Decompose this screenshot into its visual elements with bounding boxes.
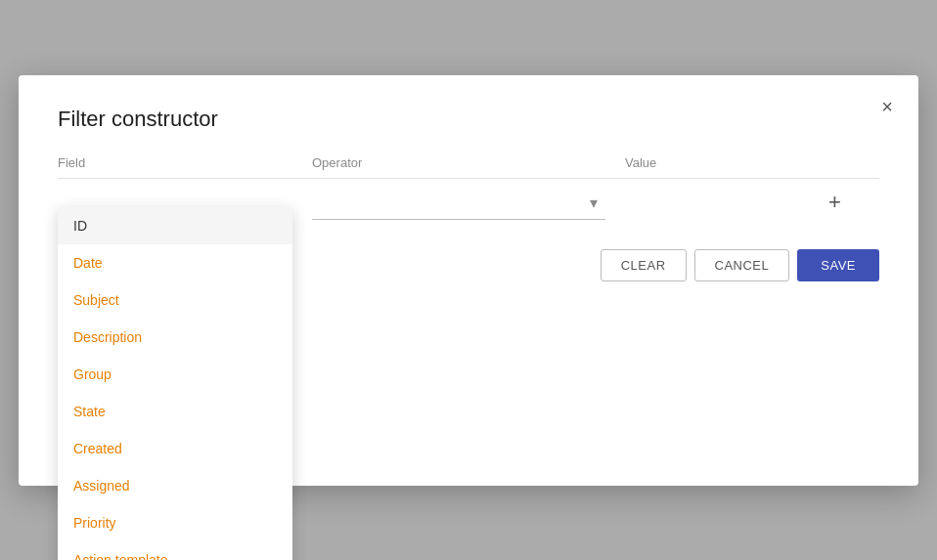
operator-select[interactable] [312, 185, 605, 220]
field-cell: IDDateSubjectDescriptionGroupStateCreate… [58, 178, 312, 226]
dialog-title: Filter constructor [58, 107, 879, 132]
dropdown-item-description[interactable]: Description [58, 319, 292, 356]
operator-column-header: Operator [312, 155, 625, 179]
dropdown-item-state[interactable]: State [58, 393, 292, 430]
dropdown-item-priority[interactable]: Priority [58, 504, 292, 541]
dropdown-item-created[interactable]: Created [58, 430, 292, 467]
value-cell [625, 178, 821, 226]
add-cell: + [821, 178, 879, 226]
save-button[interactable]: SAVE [797, 249, 879, 281]
dropdown-item-assigned[interactable]: Assigned [58, 467, 292, 504]
dropdown-item-action_template[interactable]: Action template [58, 541, 292, 561]
filter-table: Field Operator Value IDDateSubjectDescri… [58, 155, 879, 226]
dialog-overlay: × Filter constructor Field Operator Valu… [0, 0, 937, 560]
cancel-button[interactable]: CANCEL [694, 249, 790, 281]
value-column-header: Value [625, 155, 821, 179]
dropdown-item-subject[interactable]: Subject [58, 281, 292, 319]
dropdown-item-id[interactable]: ID [58, 207, 292, 244]
dropdown-item-group[interactable]: Group [58, 356, 292, 393]
close-button[interactable]: × [871, 91, 903, 122]
field-dropdown-menu[interactable]: IDDateSubjectDescriptionGroupStateCreate… [58, 207, 292, 561]
field-column-header: Field [58, 155, 312, 179]
filter-constructor-dialog: × Filter constructor Field Operator Valu… [19, 75, 918, 486]
operator-cell: ▾ [312, 178, 625, 226]
clear-button[interactable]: CLEAR [601, 249, 687, 281]
filter-row: IDDateSubjectDescriptionGroupStateCreate… [58, 178, 879, 226]
dropdown-item-date[interactable]: Date [58, 244, 292, 281]
add-row-button[interactable]: + [821, 186, 849, 219]
